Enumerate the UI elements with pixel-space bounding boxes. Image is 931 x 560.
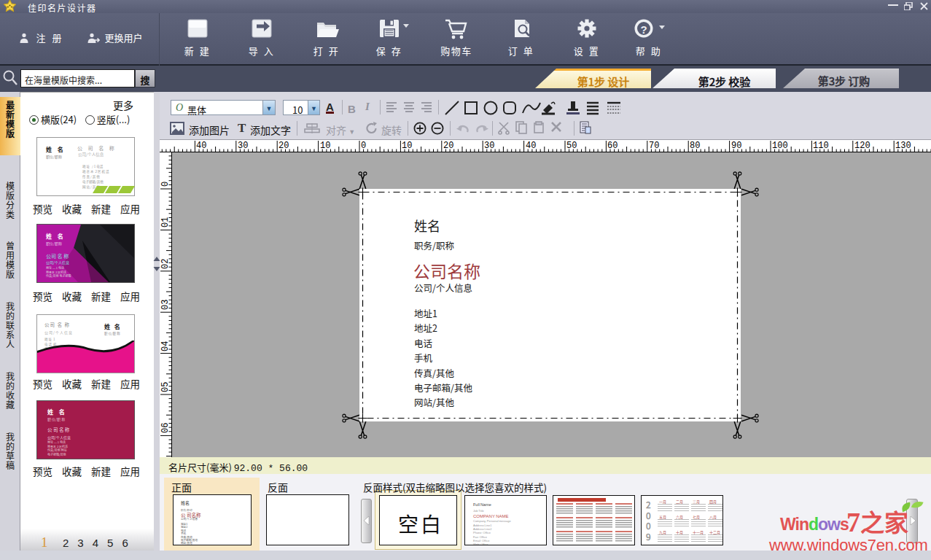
svg-text:30: 30 [238, 141, 248, 151]
svg-text:0: 0 [160, 182, 171, 187]
svg-text:90: 90 [731, 141, 741, 151]
svg-text:06: 06 [160, 423, 171, 433]
svg-text:50: 50 [566, 141, 577, 151]
svg-text:110: 110 [813, 141, 829, 151]
svg-text:70: 70 [649, 141, 659, 151]
svg-text:20: 20 [278, 141, 289, 151]
svg-text:40: 40 [196, 141, 206, 151]
svg-text:04: 04 [160, 341, 171, 351]
svg-text:10: 10 [320, 141, 330, 151]
svg-text:?: ? [640, 23, 647, 36]
svg-text:01: 01 [160, 217, 171, 228]
svg-text:03: 03 [160, 300, 171, 310]
svg-text:80: 80 [690, 141, 700, 151]
svg-text:60: 60 [607, 141, 618, 151]
svg-text:120: 120 [854, 141, 870, 151]
svg-text:0: 0 [361, 141, 366, 151]
svg-text:05: 05 [160, 382, 171, 392]
svg-text:20: 20 [443, 141, 453, 151]
svg-text:30: 30 [484, 141, 494, 151]
svg-text:10: 10 [402, 141, 412, 151]
svg-text:100: 100 [772, 141, 788, 151]
svg-text:02: 02 [160, 259, 171, 269]
svg-text:130: 130 [895, 141, 911, 151]
svg-text:40: 40 [526, 141, 536, 151]
